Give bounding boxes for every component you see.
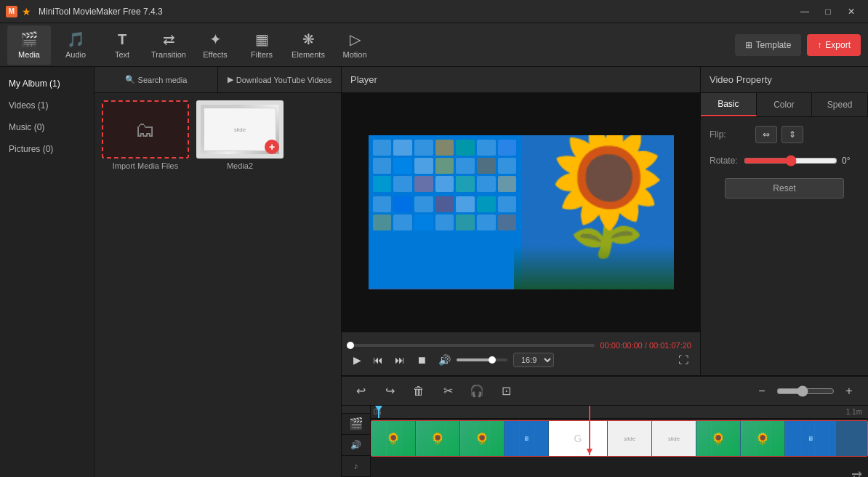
- total-time: 00:01:07:20: [649, 341, 691, 350]
- elements-icon: ❋: [302, 31, 315, 48]
- flip-vertical-button[interactable]: ⇕: [781, 126, 803, 143]
- player-panel: Player: [342, 67, 701, 375]
- audio-track-toggle[interactable]: ⇄: [851, 468, 862, 478]
- media2-add-button[interactable]: +: [265, 140, 279, 154]
- transition-icon: ⇄: [163, 31, 175, 48]
- property-header: Video Property: [701, 67, 868, 93]
- sidebar-videos[interactable]: Videos (1): [0, 95, 94, 116]
- toolbar-effects[interactable]: ✦ Effects: [193, 25, 237, 65]
- effects-icon: ✦: [209, 31, 222, 48]
- audio-track: ⇄: [371, 458, 868, 477]
- fullscreen-button[interactable]: ⛶: [675, 353, 691, 367]
- motion-label: Motion: [342, 50, 366, 59]
- play-button[interactable]: ▶: [350, 353, 364, 367]
- track-labels: 🎬 🔊 ♪: [342, 406, 371, 477]
- maximize-button[interactable]: □: [817, 4, 839, 20]
- volume-thumb[interactable]: [489, 356, 496, 364]
- volume-button[interactable]: 🔊: [435, 353, 454, 367]
- zoom-in-button[interactable]: +: [839, 381, 859, 401]
- clip-frame: G: [549, 421, 607, 456]
- timeline-toolbar: ↩ ↪ 🗑 ✂ 🎧 ⊡ − +: [342, 377, 868, 406]
- timeline-section: ↩ ↪ 🗑 ✂ 🎧 ⊡ − + 🎬 🔊 ♪: [342, 375, 868, 477]
- tab-speed[interactable]: Speed: [812, 93, 868, 116]
- search-media-button[interactable]: 🔍 Search media: [95, 67, 218, 93]
- sidebar-pictures[interactable]: Pictures (0): [0, 138, 94, 160]
- sidebar: My Album (1) Videos (1) Music (0) Pictur…: [0, 67, 95, 477]
- clip-frame: slide: [608, 421, 651, 456]
- export-icon: ↑: [817, 40, 821, 50]
- rotate-label: Rotate:: [710, 156, 738, 166]
- import-folder-icon: 🗂: [135, 118, 156, 142]
- pictures-label: Pictures (0): [9, 144, 53, 154]
- aspect-ratio-select[interactable]: 16:9 4:3 1:1 9:16: [513, 353, 554, 367]
- player-controls: 00:00:00:00 / 00:01:07:20 ▶ ⏮ ⏭ ⏹ 🔊: [342, 332, 700, 375]
- property-title: Video Property: [710, 74, 772, 85]
- app-icon: M: [6, 6, 17, 17]
- youtube-icon: ▶: [228, 75, 233, 84]
- time-display: 00:00:00:00 / 00:01:07:20: [600, 341, 691, 350]
- tab-color[interactable]: Color: [757, 93, 813, 116]
- import-media-item[interactable]: 🗂 Import Media Files: [102, 100, 189, 170]
- zoom-slider[interactable]: [776, 385, 835, 397]
- clip-frame: slide: [652, 421, 696, 456]
- download-youtube-button[interactable]: ▶ Download YouTube Videos: [218, 67, 341, 93]
- reset-button[interactable]: Reset: [725, 178, 845, 199]
- video-clip[interactable]: 🌻 🌻 🌻 🖥 G: [371, 420, 868, 457]
- album-label: My Album (1): [9, 79, 60, 89]
- toolbar-audio[interactable]: 🎵 Audio: [54, 25, 97, 65]
- progress-bar[interactable]: [350, 344, 595, 347]
- crop-button[interactable]: ⊡: [496, 381, 516, 401]
- toolbar-filters[interactable]: ▦ Filters: [240, 25, 284, 65]
- current-time: 00:00:00:00: [600, 341, 643, 350]
- redo-button[interactable]: ↪: [379, 381, 400, 401]
- rotate-slider[interactable]: [744, 155, 837, 167]
- template-button[interactable]: ⊞ Template: [735, 34, 802, 56]
- flip-horizontal-button[interactable]: ⇔: [755, 126, 777, 143]
- text-icon: T: [118, 31, 126, 48]
- filters-icon: ▦: [255, 31, 269, 48]
- clip-frame: 🌻: [696, 421, 740, 456]
- import-label: Import Media Files: [113, 161, 178, 170]
- clip-frame: 🌻: [741, 421, 784, 456]
- toolbar-transition[interactable]: ⇄ Transition: [147, 25, 190, 65]
- media2-item[interactable]: 0:15 slide + Media2: [196, 100, 284, 170]
- playhead[interactable]: [378, 406, 379, 418]
- toolbar-elements[interactable]: ❋ Elements: [286, 25, 330, 65]
- import-thumb[interactable]: 🗂: [102, 100, 189, 159]
- transition-label: Transition: [151, 50, 186, 59]
- toolbar-text[interactable]: T Text: [100, 25, 144, 65]
- search-icon: 🔍: [125, 75, 135, 84]
- delete-button[interactable]: 🗑: [409, 381, 429, 401]
- close-button[interactable]: ✕: [840, 4, 862, 20]
- zoom-out-button[interactable]: −: [752, 381, 772, 401]
- player-header: Player: [342, 67, 700, 93]
- center-row: Player: [342, 67, 868, 375]
- undo-button[interactable]: ↩: [350, 381, 371, 401]
- window-controls: — □ ✕: [794, 4, 862, 20]
- stop-button[interactable]: ⏹: [414, 353, 430, 367]
- center-area: Player: [342, 67, 868, 477]
- elements-label: Elements: [292, 50, 325, 59]
- prev-frame-button[interactable]: ⏮: [370, 353, 386, 367]
- flip-label: Flip:: [710, 129, 750, 140]
- cut-button[interactable]: ✂: [438, 381, 458, 401]
- audio-icon: 🎵: [67, 31, 85, 48]
- media-panel: 🔍 Search media ▶ Download YouTube Videos…: [95, 67, 342, 477]
- tick-end: 1.1m: [846, 408, 862, 416]
- audio-button[interactable]: 🎧: [467, 381, 487, 401]
- video-track: 🌻 🌻 🌻 🖥 G: [371, 420, 868, 457]
- toolbar-media[interactable]: 🎬 Media: [7, 25, 51, 65]
- progress-thumb[interactable]: [347, 342, 354, 349]
- sidebar-album[interactable]: My Album (1): [0, 73, 94, 95]
- sidebar-music[interactable]: Music (0): [0, 116, 94, 138]
- toolbar-motion[interactable]: ▷ Motion: [333, 25, 377, 65]
- volume-bar[interactable]: [457, 358, 507, 361]
- minimize-button[interactable]: —: [794, 4, 816, 20]
- template-label: Template: [756, 40, 792, 50]
- insert-arrow: ▼: [589, 406, 590, 455]
- tab-basic[interactable]: Basic: [701, 93, 757, 116]
- videos-label: Videos (1): [9, 100, 48, 111]
- zoom-control: − +: [752, 381, 859, 401]
- export-button[interactable]: ↑ Export: [807, 34, 861, 56]
- next-frame-button[interactable]: ⏭: [392, 353, 408, 367]
